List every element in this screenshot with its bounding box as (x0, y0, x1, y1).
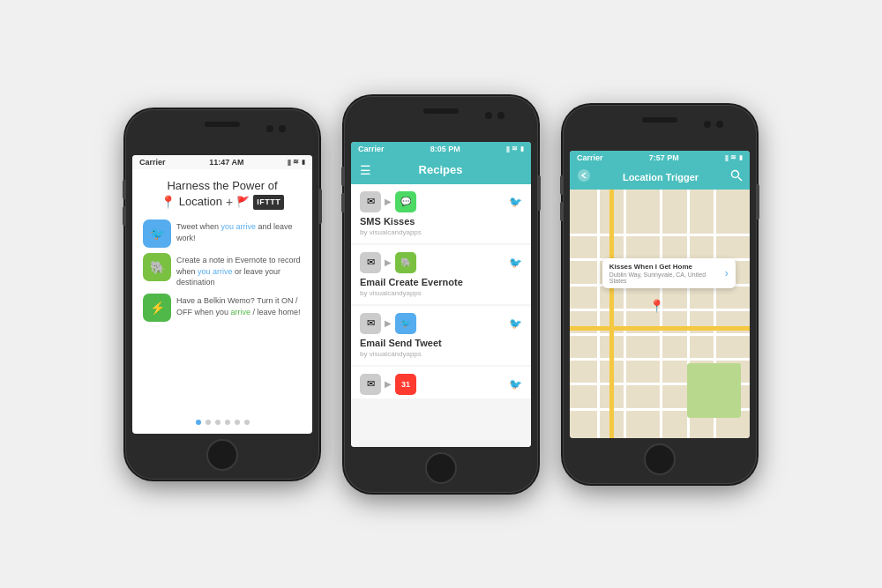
vol-up-button-3 (560, 175, 563, 195)
plus-icon: + (226, 194, 233, 212)
brand-row: 📍 Location + 🚩 IFTTT (161, 194, 284, 212)
dot-1 (196, 420, 201, 425)
power-button-2 (538, 175, 541, 211)
twitter-icon: 🐦 (143, 220, 171, 248)
arrive-highlight-1: you arrive (221, 222, 257, 231)
feature-item-belkin: ⚡ Have a Belkin Wemo? Turn it ON / OFF w… (143, 294, 302, 322)
twitter-icon-3: 🐦 (395, 313, 416, 334)
vol-down-button (123, 206, 125, 226)
calendar-symbol: 31 (401, 380, 410, 389)
feature-text-evernote: Create a note in Evernote to record when… (176, 253, 302, 288)
email-icon-2: ✉ (360, 252, 381, 273)
feature-text-belkin: Have a Belkin Wemo? Turn it ON / OFF whe… (176, 294, 302, 317)
battery-icon-3: ▮ (739, 154, 743, 161)
svg-point-1 (732, 171, 739, 178)
carrier-label: Carrier (139, 158, 166, 167)
map-background: 📍 Kisses When I Get Home Dublin Way, Sun… (570, 190, 750, 438)
recipes-list: ✉ ▶ 💬 🐦 SMS Kisses by visualcandyapps (351, 184, 531, 447)
recipe-card-1[interactable]: ✉ ▶ 💬 🐦 SMS Kisses by visualcandyapps (351, 184, 531, 243)
road-v3 (660, 190, 662, 438)
recipe-icons-4: ✉ ▶ 31 (360, 374, 416, 395)
email-icon-3: ✉ (360, 313, 381, 334)
dot-3 (215, 420, 220, 425)
recipes-title: Recipes (419, 163, 463, 176)
recipe-row-4: ✉ ▶ 31 🐦 (360, 374, 522, 395)
search-icon-map[interactable] (730, 169, 743, 184)
wifi-icon-3: ≋ (730, 153, 736, 161)
park-area (687, 363, 741, 418)
title-line1: Harness the Power of (161, 178, 284, 194)
power-button-3 (757, 184, 759, 220)
battery-icon-2: ▮ (520, 145, 524, 153)
vol-up-button (123, 180, 125, 199)
svg-point-0 (578, 169, 590, 182)
arrow-4: ▶ (385, 379, 392, 389)
feature-list: 🐦 Tweet when you arrive and leave work! … (143, 220, 302, 322)
feature-item-evernote: 🐘 Create a note in Evernote to record wh… (143, 253, 302, 288)
phone-2-screen: Carrier 8:05 PM ||| ≋ ▮ ☰ Recipes (351, 142, 531, 447)
map-container[interactable]: 📍 Kisses When I Get Home Dublin Way, Sun… (570, 190, 750, 438)
twitter-bird: 🐦 (150, 227, 165, 241)
arrive-highlight-3: arrive (231, 308, 251, 316)
map-header: Location Trigger (570, 165, 750, 190)
email-symbol-4: ✉ (367, 378, 375, 390)
recipe-name-2: Email Create Evernote (360, 277, 522, 287)
arrow-2: ▶ (385, 257, 392, 267)
evernote-symbol: 🐘 (150, 260, 165, 274)
signal-icon: ||| (288, 159, 290, 165)
onboarding-screen: Harness the Power of 📍 Location + 🚩 IFTT… (132, 169, 312, 434)
major-road-h (570, 326, 750, 331)
svg-line-2 (738, 177, 742, 181)
status-bar-3: Carrier 7:57 PM ||| ≋ ▮ (570, 151, 750, 165)
dot-4 (225, 420, 230, 425)
phone-2: Carrier 8:05 PM ||| ≋ ▮ ☰ Recipes (344, 96, 538, 493)
map-callout[interactable]: Kisses When I Get Home Dublin Way, Sunny… (602, 258, 736, 288)
twitter-bird-2: 🐦 (509, 257, 522, 269)
ifttt-logo: IFTTT (253, 195, 284, 210)
recipe-row-3: ✉ ▶ 🐦 🐦 (360, 313, 522, 334)
recipe-icons-3: ✉ ▶ 🐦 (360, 313, 416, 334)
dot-2 (206, 420, 211, 425)
evernote-icon-2: 🐘 (395, 252, 416, 273)
location-pin-icon: 📍 (161, 194, 176, 212)
recipe-card-4[interactable]: ✉ ▶ 31 🐦 (351, 367, 531, 398)
sms-icon-1: 💬 (395, 191, 416, 212)
evernote-icon: 🐘 (143, 253, 171, 281)
road-v1 (597, 190, 600, 438)
arrow-1: ▶ (385, 197, 392, 206)
callout-chevron-icon[interactable]: › (725, 267, 729, 279)
recipe-card-3[interactable]: ✉ ▶ 🐦 🐦 Email Send Tweet by visualcandya… (351, 306, 531, 365)
arrive-highlight-2: you arrive (198, 267, 233, 276)
twitter-bird-3: 🐦 (509, 317, 522, 330)
vol-down-button-2 (341, 193, 344, 212)
belkin-icon: ⚡ (143, 294, 171, 322)
hamburger-icon[interactable]: ☰ (360, 163, 371, 177)
email-icon-1: ✉ (360, 191, 381, 212)
time-label-3: 7:57 PM (649, 153, 679, 162)
feature-item-twitter: 🐦 Tweet when you arrive and leave work! (143, 220, 302, 248)
carrier-label-3: Carrier (577, 153, 603, 162)
recipe-name-1: SMS Kisses (360, 216, 522, 227)
phone-1-screen: Carrier 11:47 AM ||| ≋ ▮ Harness the Pow… (132, 155, 312, 434)
back-button[interactable] (577, 168, 591, 185)
twitter-bird-4: 🐦 (509, 378, 522, 391)
recipe-icons-2: ✉ ▶ 🐘 (360, 252, 416, 273)
home-button-2[interactable] (425, 452, 457, 484)
email-symbol-1: ✉ (367, 196, 375, 207)
map-screen-title: Location Trigger (623, 172, 699, 182)
callout-subtitle: Dublin Way, Sunnyvale, CA, United States (609, 272, 725, 284)
home-button-3[interactable] (644, 443, 676, 475)
phone-3-screen: Carrier 7:57 PM ||| ≋ ▮ Location Trigger (570, 151, 750, 438)
wifi-icon-2: ≋ (512, 145, 518, 153)
location-pin: 📍 (649, 299, 664, 313)
vol-up-button-2 (341, 167, 344, 186)
arrow-3: ▶ (385, 318, 392, 328)
signal-icon-3: ||| (725, 154, 728, 160)
recipes-header: ☰ Recipes (351, 156, 531, 184)
twitter-bird-1: 🐦 (509, 196, 522, 208)
email-symbol-3: ✉ (367, 317, 375, 329)
road-v2 (624, 190, 626, 438)
recipe-card-2[interactable]: ✉ ▶ 🐘 🐦 Email Create Evernote by visualc… (351, 245, 531, 304)
status-icons-3: ||| ≋ ▮ (725, 153, 743, 161)
home-button-1[interactable] (206, 439, 238, 471)
